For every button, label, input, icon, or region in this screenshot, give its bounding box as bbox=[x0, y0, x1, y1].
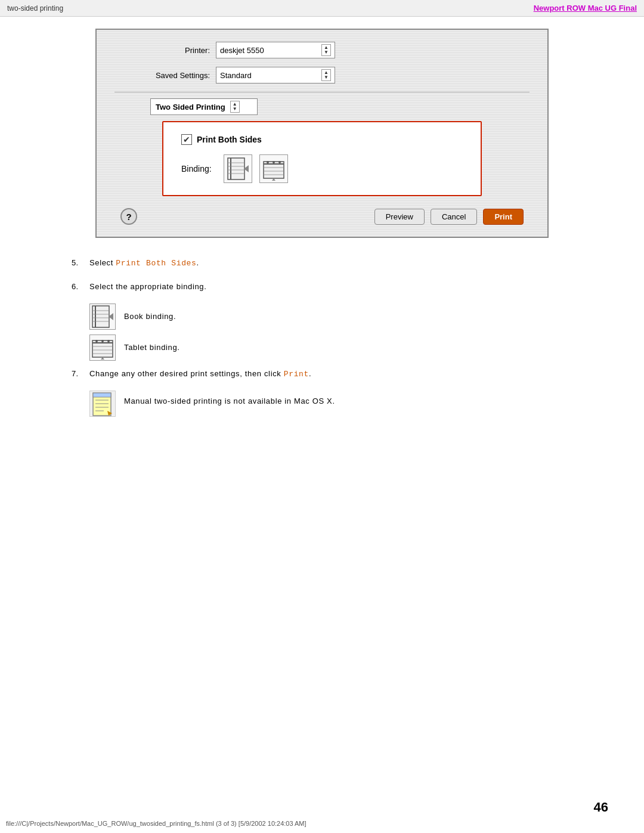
tablet-binding-icon bbox=[262, 157, 286, 181]
print-both-sides-checkbox[interactable]: ✔ bbox=[181, 134, 192, 145]
tablet-binding-example-svg bbox=[91, 336, 114, 360]
note-row: Manual two-sided printing is not availab… bbox=[89, 391, 572, 417]
notepad-icon-svg bbox=[91, 391, 114, 417]
two-sided-select[interactable]: Two Sided Printing ▲▼ bbox=[150, 98, 258, 115]
note-icon bbox=[89, 391, 116, 417]
binding-row: Binding: bbox=[181, 154, 463, 183]
printer-row: Printer: deskjet 5550 ▲▼ bbox=[114, 42, 530, 58]
print-both-sides-label: Print Both Sides bbox=[197, 135, 262, 144]
tablet-binding-button[interactable] bbox=[259, 154, 288, 183]
step5-link: Print Both Sides bbox=[116, 259, 196, 268]
print-dialog: Printer: deskjet 5550 ▲▼ Saved Settings:… bbox=[95, 29, 549, 238]
newport-link[interactable]: Newport ROW Mac UG Final bbox=[534, 4, 637, 13]
inner-panel: ✔ Print Both Sides Binding: bbox=[162, 121, 482, 196]
svg-point-30 bbox=[107, 340, 110, 342]
step5-number: 5. bbox=[72, 256, 89, 270]
main-content: Printer: deskjet 5550 ▲▼ Saved Settings:… bbox=[0, 17, 644, 453]
cancel-button[interactable]: Cancel bbox=[431, 209, 477, 225]
binding-label: Binding: bbox=[181, 164, 212, 174]
step5-text: Select Print Both Sides. bbox=[89, 256, 199, 270]
printer-value: deskjet 5550 bbox=[220, 46, 317, 55]
book-binding-button[interactable] bbox=[224, 154, 252, 183]
top-bar: two-sided printing Newport ROW Mac UG Fi… bbox=[0, 0, 644, 17]
file-path: file:///C|/Projects/Newport/Mac_UG_ROW/u… bbox=[6, 820, 306, 827]
svg-rect-33 bbox=[93, 393, 111, 397]
preview-button[interactable]: Preview bbox=[374, 209, 425, 225]
instructions: 5. Select Print Both Sides. 6. Select th… bbox=[72, 256, 572, 417]
tablet-binding-example-text: Tablet binding. bbox=[124, 340, 180, 354]
step7-text: Change any other desired print settings,… bbox=[89, 367, 311, 381]
step-6: 6. Select the appropriate binding. bbox=[72, 280, 572, 293]
svg-point-13 bbox=[273, 161, 275, 163]
step7-link: Print bbox=[284, 370, 309, 379]
book-binding-example: Book binding. bbox=[89, 304, 572, 330]
dialog-bottom: ? Preview Cancel Print bbox=[114, 208, 530, 225]
saved-settings-row: Saved Settings: Standard ▲▼ bbox=[114, 67, 530, 83]
page-number: 46 bbox=[594, 800, 608, 815]
page-title-top: two-sided printing bbox=[7, 4, 63, 13]
step-5: 5. Select Print Both Sides. bbox=[72, 256, 572, 270]
book-binding-example-text: Book binding. bbox=[124, 309, 176, 323]
saved-settings-label: Saved Settings: bbox=[114, 71, 210, 80]
svg-point-29 bbox=[101, 340, 104, 342]
saved-settings-arrow: ▲▼ bbox=[321, 69, 331, 81]
book-binding-icon bbox=[226, 157, 250, 181]
print-button[interactable]: Print bbox=[483, 209, 524, 225]
svg-point-12 bbox=[267, 161, 269, 163]
note-text: Manual two-sided printing is not availab… bbox=[124, 391, 335, 408]
svg-point-28 bbox=[95, 340, 98, 342]
printer-select[interactable]: deskjet 5550 ▲▼ bbox=[216, 42, 335, 58]
book-binding-example-icon bbox=[89, 304, 116, 330]
saved-settings-value: Standard bbox=[220, 71, 317, 80]
two-sided-value: Two Sided Printing bbox=[156, 103, 225, 112]
step7-number: 7. bbox=[72, 367, 89, 380]
printer-arrow: ▲▼ bbox=[321, 44, 331, 56]
two-sided-arrow: ▲▼ bbox=[230, 101, 240, 113]
two-sided-row: Two Sided Printing ▲▼ bbox=[114, 98, 530, 115]
book-binding-example-svg bbox=[91, 305, 114, 329]
step6-text: Select the appropriate binding. bbox=[89, 280, 207, 293]
step6-number: 6. bbox=[72, 280, 89, 293]
help-button[interactable]: ? bbox=[120, 208, 137, 225]
tablet-binding-example-icon bbox=[89, 335, 116, 361]
page-footer: 46 bbox=[594, 800, 608, 815]
svg-point-14 bbox=[278, 161, 281, 163]
print-both-sides-row: ✔ Print Both Sides bbox=[181, 134, 463, 145]
tablet-binding-example: Tablet binding. bbox=[89, 335, 572, 361]
printer-label: Printer: bbox=[114, 46, 210, 55]
step-7: 7. Change any other desired print settin… bbox=[72, 367, 572, 381]
saved-settings-select[interactable]: Standard ▲▼ bbox=[216, 67, 335, 83]
